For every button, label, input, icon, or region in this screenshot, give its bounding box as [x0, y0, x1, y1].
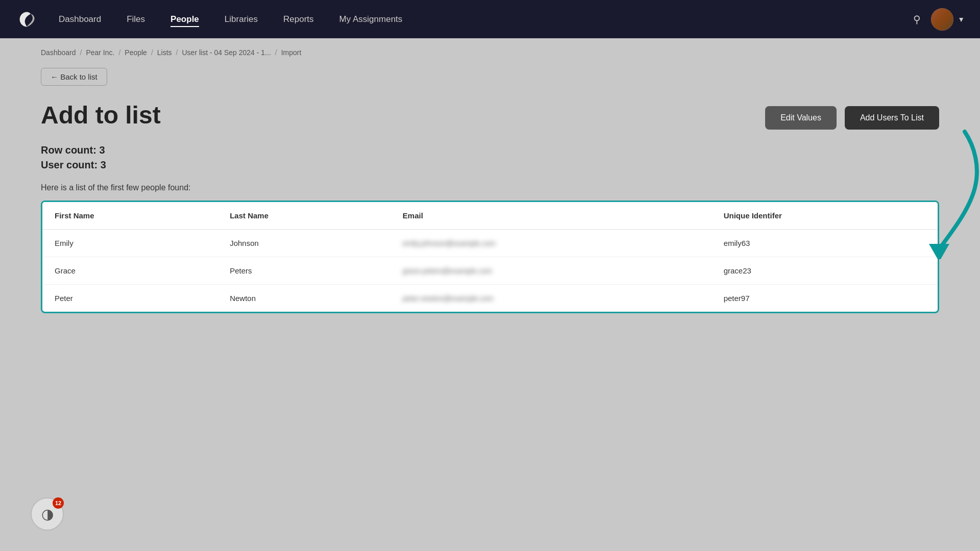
logo-icon	[18, 10, 36, 29]
search-icon[interactable]: ⚲	[913, 13, 921, 26]
breadcrumb-dashboard[interactable]: Dashboard	[41, 48, 76, 57]
table-header: First Name Last Name Email Unique Identi…	[42, 202, 938, 230]
user-count: User count: 3	[41, 159, 161, 171]
table-body: Emily Johnson emily.johnson@example.com …	[42, 230, 938, 312]
last-name-cell: Peters	[217, 257, 390, 285]
nav-item-my-assignments[interactable]: My Assignments	[339, 14, 403, 24]
row-count: Row count: 3	[41, 144, 161, 156]
avatar-image	[931, 8, 953, 31]
breadcrumb-user-list[interactable]: User list - 04 Sep 2024 - 1...	[182, 48, 271, 57]
add-users-button[interactable]: Add Users To List	[845, 106, 939, 130]
nav-item-people[interactable]: People	[170, 14, 199, 24]
breadcrumb-lists[interactable]: Lists	[157, 48, 172, 57]
breadcrumb-separator-3: /	[151, 48, 153, 57]
edit-values-button[interactable]: Edit Values	[765, 106, 837, 130]
stats-section: Row count: 3 User count: 3	[41, 144, 161, 171]
breadcrumb: Dashboard / Pear Inc. / People / Lists /…	[41, 48, 939, 57]
breadcrumb-separator-4: /	[176, 48, 178, 57]
first-name-cell: Peter	[42, 285, 217, 312]
notification-icon: ◑	[41, 506, 54, 522]
col-header-email: Email	[390, 202, 712, 230]
table-row: Peter Newton peter.newton@example.com pe…	[42, 285, 938, 312]
page-title: Add to list	[41, 101, 161, 129]
main-content: Dashboard / Pear Inc. / People / Lists /…	[0, 38, 980, 551]
breadcrumb-pear-inc[interactable]: Pear Inc.	[86, 48, 114, 57]
table-row: Emily Johnson emily.johnson@example.com …	[42, 230, 938, 257]
last-name-cell: Johnson	[217, 230, 390, 257]
notification-bubble[interactable]: 12 ◑	[31, 497, 64, 531]
email-cell: peter.newton@example.com	[390, 285, 712, 312]
nav-links: Dashboard Files People Libraries Reports…	[59, 14, 913, 24]
logo[interactable]	[15, 8, 38, 31]
uid-cell: grace23	[712, 257, 938, 285]
last-name-cell: Newton	[217, 285, 390, 312]
table-description: Here is a list of the first few people f…	[41, 183, 939, 192]
nav-item-libraries[interactable]: Libraries	[225, 14, 258, 24]
email-cell: emily.johnson@example.com	[390, 230, 712, 257]
first-name-cell: Emily	[42, 230, 217, 257]
uid-cell: emily63	[712, 230, 938, 257]
back-to-list-button[interactable]: ← Back to list	[41, 68, 107, 86]
breadcrumb-separator-5: /	[275, 48, 277, 57]
breadcrumb-separator-1: /	[80, 48, 82, 57]
col-header-first-name: First Name	[42, 202, 217, 230]
breadcrumb-separator-2: /	[118, 48, 120, 57]
people-table: First Name Last Name Email Unique Identi…	[42, 202, 938, 312]
people-table-wrapper: First Name Last Name Email Unique Identi…	[41, 201, 939, 313]
nav-item-files[interactable]: Files	[127, 14, 145, 24]
breadcrumb-import: Import	[281, 48, 302, 57]
first-name-cell: Grace	[42, 257, 217, 285]
nav-item-dashboard[interactable]: Dashboard	[59, 14, 101, 24]
chevron-down-icon[interactable]: ▼	[958, 15, 965, 23]
col-header-last-name: Last Name	[217, 202, 390, 230]
navbar: Dashboard Files People Libraries Reports…	[0, 0, 980, 38]
uid-cell: peter97	[712, 285, 938, 312]
avatar[interactable]	[931, 8, 953, 31]
col-header-uid: Unique Identifer	[712, 202, 938, 230]
nav-item-reports[interactable]: Reports	[283, 14, 314, 24]
breadcrumb-people[interactable]: People	[125, 48, 147, 57]
notification-count: 12	[53, 497, 64, 509]
table-row: Grace Peters grace.peters@example.com gr…	[42, 257, 938, 285]
email-cell: grace.peters@example.com	[390, 257, 712, 285]
